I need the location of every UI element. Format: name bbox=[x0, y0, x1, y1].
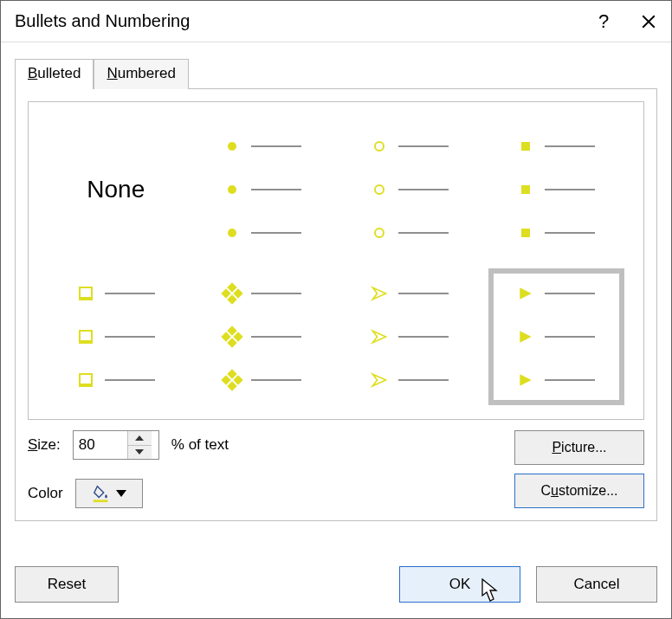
svg-rect-0 bbox=[93, 500, 107, 502]
titlebar: Bullets and Numbering ? bbox=[1, 1, 671, 42]
bullet-option-none[interactable]: None bbox=[42, 116, 190, 263]
tab-panel: None bbox=[15, 88, 657, 521]
dialog-content: Bulleted Numbered None bbox=[1, 42, 671, 558]
box-icon bbox=[77, 285, 94, 302]
bullet-option-arrowhead[interactable] bbox=[336, 263, 483, 410]
color-dropdown[interactable] bbox=[75, 479, 143, 508]
close-icon bbox=[641, 14, 656, 29]
tab-strip: Bulleted Numbered bbox=[15, 58, 657, 88]
help-button[interactable]: ? bbox=[581, 1, 626, 42]
lower-controls: Size: % of text Color bbox=[28, 430, 644, 508]
bullet-option-ring[interactable] bbox=[336, 116, 483, 263]
close-button[interactable] bbox=[626, 1, 671, 42]
bullet-option-square[interactable] bbox=[483, 116, 630, 263]
size-spin-up[interactable] bbox=[128, 431, 152, 446]
customize-button[interactable]: Customize... bbox=[514, 474, 644, 508]
ok-button[interactable]: OK bbox=[399, 566, 520, 603]
size-row: Size: % of text bbox=[28, 430, 501, 460]
tab-bulleted[interactable]: Bulleted bbox=[15, 59, 94, 89]
tab-numbered[interactable]: Numbered bbox=[94, 59, 188, 89]
ring-icon bbox=[371, 138, 388, 155]
bullet-grid: None bbox=[42, 116, 630, 410]
chevron-down-icon bbox=[116, 490, 126, 497]
help-icon: ? bbox=[598, 10, 609, 33]
diamonds-icon bbox=[223, 285, 241, 302]
cancel-button[interactable]: Cancel bbox=[536, 566, 657, 603]
bullet-option-triangle[interactable] bbox=[483, 263, 630, 410]
size-spinner[interactable] bbox=[73, 430, 159, 460]
dialog-title: Bullets and Numbering bbox=[15, 11, 581, 31]
picture-button[interactable]: Picture... bbox=[514, 430, 644, 465]
size-spin-down[interactable] bbox=[128, 446, 152, 460]
paint-bucket-icon bbox=[92, 484, 111, 503]
triangle-icon bbox=[517, 285, 534, 302]
square-icon bbox=[517, 138, 534, 155]
dot-icon bbox=[223, 138, 241, 155]
none-label: None bbox=[87, 176, 145, 203]
bullet-option-diamonds[interactable] bbox=[190, 263, 337, 410]
size-input[interactable] bbox=[74, 431, 127, 459]
bullet-gallery: None bbox=[28, 101, 644, 420]
color-row: Color bbox=[28, 479, 501, 508]
bullets-numbering-dialog: Bullets and Numbering ? Bulleted Numbere… bbox=[0, 0, 672, 619]
dialog-footer: Reset OK Cancel bbox=[1, 558, 671, 618]
arrowhead-icon bbox=[371, 285, 388, 302]
reset-button[interactable]: Reset bbox=[15, 566, 119, 603]
size-label: Size: bbox=[28, 436, 61, 454]
bullet-option-box[interactable] bbox=[42, 263, 190, 410]
bullet-option-dot[interactable] bbox=[190, 116, 337, 263]
size-suffix: % of text bbox=[171, 436, 229, 454]
color-label: Color bbox=[28, 485, 63, 502]
